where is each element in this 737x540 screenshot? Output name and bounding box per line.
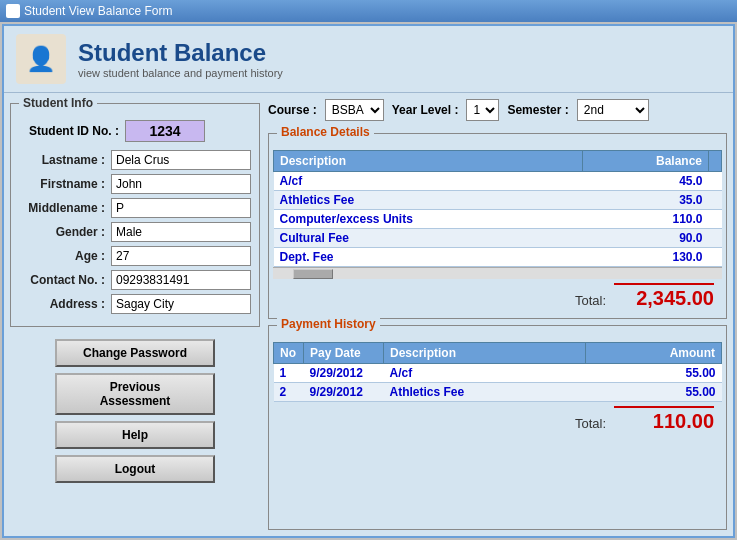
payment-section-title: Payment History (277, 317, 380, 331)
course-bar: Course : BSBA BSIT BSN Year Level : 1 2 … (268, 99, 727, 121)
firstname-row: Firstname : (19, 174, 251, 194)
sem-select[interactable]: 1st 2nd Summer (577, 99, 649, 121)
payment-no: 2 (274, 383, 304, 402)
balance-col-description: Description (274, 151, 583, 172)
year-label: Year Level : (392, 103, 459, 117)
balance-section: Balance Details Description Balance A/cf (268, 133, 727, 319)
balance-description: Cultural Fee (274, 229, 583, 248)
payment-table-container: No Pay Date Description Amount 1 9/29/20… (273, 342, 722, 402)
balance-table-container: Description Balance A/cf 45.0 Athletics … (273, 150, 722, 279)
header-area: 👤 Student Balance view student balance a… (4, 26, 733, 93)
balance-description: Computer/excess Units (274, 210, 583, 229)
firstname-input[interactable] (111, 174, 251, 194)
student-info-title: Student Info (19, 96, 97, 110)
balance-amount: 130.0 (583, 248, 709, 267)
lastname-label: Lastname : (19, 153, 105, 167)
balance-col-balance: Balance (583, 151, 709, 172)
payment-amount: 55.00 (586, 364, 722, 383)
year-select[interactable]: 1 2 3 4 (466, 99, 499, 121)
balance-amount: 45.0 (583, 172, 709, 191)
contact-label: Contact No. : (19, 273, 105, 287)
payment-total-value: 110.00 (614, 406, 714, 433)
previous-assessment-button[interactable]: Previous Assessment (55, 373, 215, 415)
course-select[interactable]: BSBA BSIT BSN (325, 99, 384, 121)
table-row: Cultural Fee 90.0 (274, 229, 722, 248)
payment-col-date: Pay Date (304, 343, 384, 364)
middlename-input[interactable] (111, 198, 251, 218)
table-row: Dept. Fee 130.0 (274, 248, 722, 267)
balance-section-title: Balance Details (277, 125, 374, 139)
gender-row: Gender : (19, 222, 251, 242)
table-row: 1 9/29/2012 A/cf 55.00 (274, 364, 722, 383)
table-row: A/cf 45.0 (274, 172, 722, 191)
payment-total-label: Total: (575, 416, 606, 431)
horizontal-scrollbar[interactable] (273, 267, 722, 279)
button-area: Change Password Previous Assessment Help… (10, 339, 260, 483)
payment-total-row: Total: 110.00 (273, 402, 722, 437)
payment-no: 1 (274, 364, 304, 383)
table-row: 2 9/29/2012 Athletics Fee 55.00 (274, 383, 722, 402)
table-row: Athletics Fee 35.0 (274, 191, 722, 210)
page-subtitle: view student balance and payment history (78, 67, 283, 79)
balance-table: Description Balance A/cf 45.0 Athletics … (273, 150, 722, 267)
left-panel: Student Info Student ID No. : 1234 Lastn… (10, 99, 260, 530)
payment-date: 9/29/2012 (304, 383, 384, 402)
help-button[interactable]: Help (55, 421, 215, 449)
age-input[interactable] (111, 246, 251, 266)
avatar: 👤 (16, 34, 66, 84)
middlename-row: Middlename : (19, 198, 251, 218)
window-icon (6, 4, 20, 18)
balance-total-label: Total: (575, 293, 606, 308)
title-bar-label: Student View Balance Form (24, 4, 173, 18)
course-label: Course : (268, 103, 317, 117)
address-input[interactable] (111, 294, 251, 314)
sem-label: Semester : (507, 103, 568, 117)
logout-button[interactable]: Logout (55, 455, 215, 483)
payment-description: Athletics Fee (384, 383, 586, 402)
payment-col-amount: Amount (586, 343, 722, 364)
balance-amount: 35.0 (583, 191, 709, 210)
contact-row: Contact No. : (19, 270, 251, 290)
student-id-value: 1234 (125, 120, 205, 142)
payment-amount: 55.00 (586, 383, 722, 402)
payment-date: 9/29/2012 (304, 364, 384, 383)
contact-input[interactable] (111, 270, 251, 290)
balance-description: Athletics Fee (274, 191, 583, 210)
balance-amount: 90.0 (583, 229, 709, 248)
middlename-label: Middlename : (19, 201, 105, 215)
payment-col-no: No (274, 343, 304, 364)
balance-total-row: Total: 2,345.00 (273, 279, 722, 314)
payment-table: No Pay Date Description Amount 1 9/29/20… (273, 342, 722, 402)
gender-label: Gender : (19, 225, 105, 239)
payment-col-description: Description (384, 343, 586, 364)
firstname-label: Firstname : (19, 177, 105, 191)
address-label: Address : (19, 297, 105, 311)
student-info-box: Student Info Student ID No. : 1234 Lastn… (10, 103, 260, 327)
right-panel: Course : BSBA BSIT BSN Year Level : 1 2 … (268, 99, 727, 530)
address-row: Address : (19, 294, 251, 314)
scrollbar-thumb[interactable] (293, 269, 333, 279)
lastname-row: Lastname : (19, 150, 251, 170)
balance-total-value: 2,345.00 (614, 283, 714, 310)
age-row: Age : (19, 246, 251, 266)
payment-section: Payment History No Pay Date Description … (268, 325, 727, 530)
balance-description: A/cf (274, 172, 583, 191)
age-label: Age : (19, 249, 105, 263)
lastname-input[interactable] (111, 150, 251, 170)
balance-amount: 110.0 (583, 210, 709, 229)
change-password-button[interactable]: Change Password (55, 339, 215, 367)
gender-input[interactable] (111, 222, 251, 242)
table-row: Computer/excess Units 110.0 (274, 210, 722, 229)
payment-description: A/cf (384, 364, 586, 383)
page-title: Student Balance (78, 39, 283, 67)
student-id-label: Student ID No. : (19, 124, 119, 138)
balance-description: Dept. Fee (274, 248, 583, 267)
